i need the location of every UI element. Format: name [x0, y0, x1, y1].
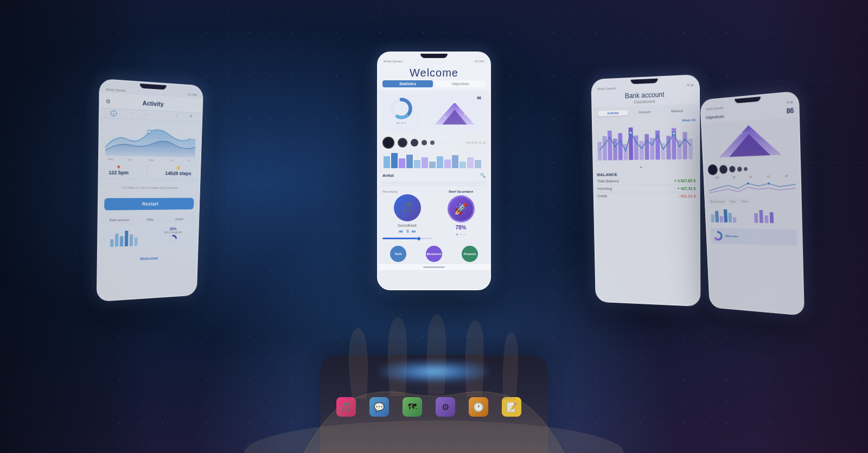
cat-business[interactable]: Business — [426, 246, 442, 262]
carrier-objectives: Mobile Operator — [706, 106, 724, 111]
nav-dot2[interactable]: ● — [131, 111, 132, 117]
obj-triangle-svg — [706, 119, 795, 161]
obj-title: Objectives — [705, 113, 724, 120]
svg-rect-40 — [391, 153, 398, 168]
bank-tab-balance[interactable]: Balance — [661, 107, 693, 114]
svg-rect-69 — [688, 139, 693, 159]
obj-triangle — [702, 117, 800, 164]
obj-welcome-label: Welcome — [725, 234, 738, 238]
bpm-stat: ♥ 122 bpm — [108, 164, 129, 176]
tab-objectives[interactable]: Objectives — [435, 80, 486, 87]
total-balance-label: Total Balance — [597, 179, 619, 183]
next-icon[interactable]: ⏭ — [412, 229, 416, 234]
home-indicator — [378, 264, 490, 270]
obj-num-61: 61 — [750, 175, 752, 178]
activity-title: Activity — [143, 100, 164, 108]
welcome-triangle-box: 86 — [424, 94, 486, 131]
phone-activity: Mobile Operator 4G 55% ⚙ Activity ··· ● … — [97, 79, 203, 302]
prev-icon[interactable]: ⏮ — [399, 229, 403, 234]
svg-rect-56 — [618, 133, 623, 160]
music-progress[interactable] — [382, 238, 432, 239]
cat-tech[interactable]: Tech — [390, 246, 406, 262]
mini-progress-donut — [167, 234, 179, 245]
tab-statistics[interactable]: Statistics — [382, 80, 433, 87]
search-icon[interactable]: 🔍 — [480, 173, 486, 178]
bank-tab-activity[interactable]: Activity — [598, 110, 628, 116]
nav-grid[interactable]: ⊞ — [190, 114, 192, 120]
restart-button[interactable]: Restart — [104, 198, 194, 210]
svg-rect-90 — [759, 210, 763, 223]
activity-stats: ♥ 122 bpm ⚡ 14528 steps — [99, 160, 200, 180]
nav-dot4[interactable]: ● — [161, 113, 163, 118]
svg-point-74 — [723, 144, 724, 145]
svg-point-75 — [732, 138, 733, 139]
carrier-welcome: Mobile Operator — [384, 60, 403, 63]
bank-chart-svg — [596, 123, 695, 161]
line2 — [382, 183, 486, 184]
obj-line-chart — [705, 178, 801, 198]
balance-title: BALANCE — [597, 171, 695, 177]
nav-more[interactable]: ⟩ — [176, 113, 177, 119]
circle-61 — [411, 139, 418, 146]
nav-dot1[interactable]: ● — [111, 110, 117, 116]
bank-chart-area: ··· Week 43 — [593, 116, 699, 165]
svg-rect-24 — [120, 236, 123, 246]
list-lines — [378, 180, 490, 188]
tab-home[interactable]: Home — [165, 216, 194, 222]
tab-data[interactable]: Data — [135, 216, 164, 222]
gear-icon: ⚙ — [106, 98, 111, 104]
obj-tab-bank[interactable]: Bank account — [709, 199, 727, 204]
dot3: ● — [463, 233, 465, 236]
startup-label: Start Up project — [436, 190, 486, 193]
activity-welcome-label: Welcome — [140, 256, 158, 261]
balance-divider1 — [597, 184, 696, 186]
active-dot: ● — [640, 165, 642, 169]
obj-tab-date[interactable]: Date — [728, 199, 737, 204]
carrier-bank: Mobile Operator — [597, 86, 616, 91]
bpm-value: 122 bpm — [108, 170, 129, 176]
svg-point-37 — [464, 114, 465, 116]
welcome-main-title: Welcome — [410, 67, 458, 79]
svg-point-80 — [778, 149, 780, 150]
mini-chart-1 — [101, 226, 149, 248]
startup-circle: 🚀 — [448, 195, 475, 222]
obj-number: 86 — [786, 106, 794, 115]
svg-rect-51 — [475, 160, 481, 168]
startup-section: Start Up project 🚀 78% ● ● ● — [436, 190, 486, 238]
svg-rect-89 — [754, 213, 758, 223]
signal-activity: 4G 55% — [188, 93, 197, 97]
cat-finance[interactable]: Finance — [462, 246, 478, 262]
welcome-donut-box: ● ▪ ● ▪ ● — [382, 94, 420, 131]
dot2: ● — [460, 233, 462, 236]
svg-rect-60 — [639, 141, 643, 160]
svg-rect-25 — [125, 231, 128, 246]
svg-rect-47 — [444, 159, 451, 168]
svg-rect-52 — [597, 142, 602, 161]
phone-bank: Mobile Operator 4G ■ Bank account Dashbo… — [591, 74, 700, 307]
bank-tab-account[interactable]: Account — [629, 109, 660, 115]
donut-legend: ● ▪ ● ▪ ● — [397, 121, 406, 124]
svg-rect-27 — [135, 238, 138, 246]
svg-rect-61 — [644, 134, 649, 159]
music-section: Now playing 🎵 Soundtrack ⏮ ⏸ ⏭ — [378, 188, 490, 244]
svg-rect-39 — [384, 156, 390, 168]
svg-rect-54 — [608, 131, 612, 161]
svg-point-36 — [444, 116, 445, 118]
music-left: Now playing 🎵 Soundtrack ⏮ ⏸ ⏭ — [382, 190, 432, 241]
nav-dot3[interactable]: ● — [146, 112, 148, 118]
line1 — [382, 182, 486, 182]
svg-rect-83 — [711, 214, 714, 222]
play-icon[interactable]: ⏸ — [405, 229, 410, 234]
music-disc: 🎵 — [394, 194, 421, 221]
triangle-chart-svg — [426, 100, 483, 127]
svg-rect-26 — [130, 234, 133, 246]
obj-tab-home[interactable]: Home — [739, 199, 750, 204]
svg-rect-87 — [728, 213, 732, 223]
signal-objectives: 4G ■ — [786, 100, 793, 104]
svg-rect-88 — [733, 217, 737, 222]
welcome-tabs: Statistics Objectives — [378, 80, 490, 91]
welcome-bars-svg — [382, 152, 486, 168]
tab-bank-account[interactable]: Bank account — [104, 217, 135, 223]
circle-100 — [382, 137, 394, 149]
area-chart-svg: Mon Tue Wed Thu Fri — [103, 122, 198, 158]
